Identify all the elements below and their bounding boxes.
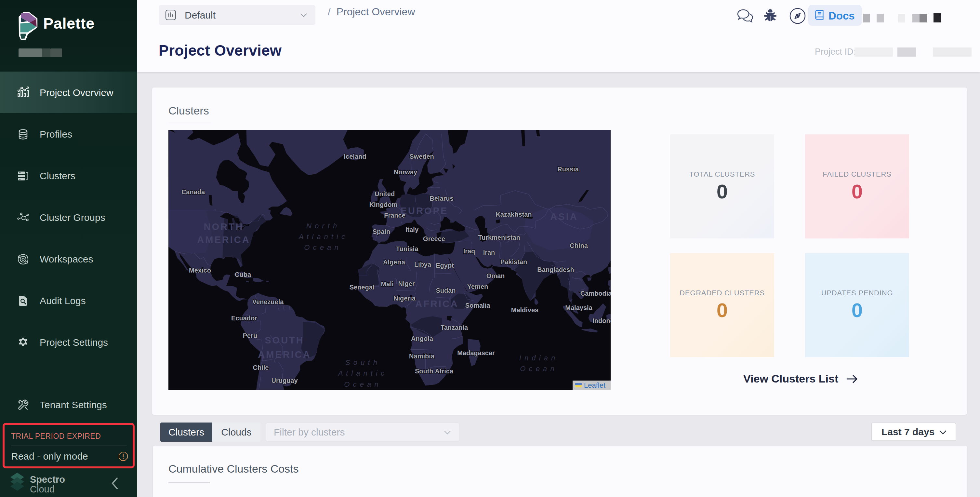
svg-text:Canada: Canada	[181, 188, 205, 196]
svg-text:Iraq: Iraq	[463, 247, 476, 255]
svg-text:EUROPE: EUROPE	[401, 205, 448, 216]
svg-text:Greece: Greece	[423, 235, 445, 242]
svg-text:Peru: Peru	[243, 332, 257, 339]
svg-text:AFRICA: AFRICA	[415, 299, 459, 309]
svg-text:O c e a n: O c e a n	[304, 243, 339, 252]
svg-text:I n d i a n: I n d i a n	[519, 354, 556, 362]
svg-text:Libya: Libya	[414, 261, 431, 268]
svg-text:Tanzania: Tanzania	[441, 324, 468, 331]
svg-text:Italy: Italy	[406, 226, 419, 233]
svg-text:Spain: Spain	[372, 228, 390, 235]
svg-text:Pakistan: Pakistan	[500, 258, 527, 265]
svg-text:AMERICA: AMERICA	[258, 349, 311, 360]
svg-text:Algeria: Algeria	[383, 258, 406, 266]
svg-text:Yemen: Yemen	[467, 283, 488, 290]
svg-text:AMERICA: AMERICA	[197, 234, 250, 245]
svg-text:South Africa: South Africa	[415, 368, 453, 375]
svg-text:Iceland: Iceland	[344, 153, 366, 160]
svg-text:Chile: Chile	[253, 364, 269, 371]
svg-text:Malaysia: Malaysia	[565, 304, 592, 311]
svg-text:ASIA: ASIA	[550, 212, 578, 222]
svg-text:Uruguay: Uruguay	[271, 377, 298, 384]
svg-text:Indone: Indone	[592, 317, 611, 324]
svg-text:Somalia: Somalia	[465, 302, 491, 309]
svg-text:China: China	[570, 242, 588, 249]
svg-text:Belarus: Belarus	[430, 195, 453, 202]
svg-text:Cuba: Cuba	[235, 271, 251, 278]
svg-text:Iran: Iran	[483, 249, 495, 256]
svg-text:Bangladesh: Bangladesh	[537, 266, 574, 273]
svg-text:Nigeria: Nigeria	[393, 295, 416, 302]
svg-text:Ecuador: Ecuador	[231, 315, 257, 322]
svg-text:Norway: Norway	[394, 169, 417, 176]
svg-text:Madagascar: Madagascar	[457, 349, 495, 357]
svg-text:Niger: Niger	[398, 280, 415, 287]
svg-text:Kazakhstan: Kazakhstan	[496, 211, 531, 218]
svg-text:Mali: Mali	[381, 280, 394, 288]
svg-text:A t l a n t i c: A t l a n t i c	[337, 369, 385, 377]
svg-text:Namibia: Namibia	[409, 353, 435, 360]
svg-text:Tunisia: Tunisia	[396, 245, 418, 252]
svg-text:S o u t h: S o u t h	[345, 358, 378, 366]
svg-text:Maldives: Maldives	[511, 306, 538, 314]
svg-text:Sweden: Sweden	[409, 153, 434, 160]
svg-text:Cambodia: Cambodia	[581, 290, 611, 297]
svg-text:SOUTH: SOUTH	[265, 335, 304, 346]
svg-text:Sudan: Sudan	[436, 287, 455, 294]
svg-text:A t l a n t i c: A t l a n t i c	[298, 233, 346, 241]
svg-text:Mexico: Mexico	[189, 267, 211, 274]
svg-text:N o r t h: N o r t h	[306, 222, 337, 230]
svg-text:Egypt: Egypt	[436, 262, 454, 269]
svg-text:O c e a n: O c e a n	[344, 380, 379, 389]
svg-text:Oman: Oman	[487, 272, 505, 279]
svg-text:Kingdom: Kingdom	[369, 201, 398, 208]
svg-text:Angola: Angola	[411, 335, 433, 342]
svg-text:Venezuela: Venezuela	[252, 298, 284, 306]
svg-text:NORTH: NORTH	[204, 221, 243, 232]
svg-text:United: United	[375, 190, 395, 198]
svg-text:Senegal: Senegal	[350, 284, 375, 291]
svg-text:Russia: Russia	[557, 166, 579, 173]
svg-text:Turkmenistan: Turkmenistan	[478, 234, 520, 241]
svg-text:Leaflet: Leaflet	[584, 381, 605, 389]
svg-text:O c e a n: O c e a n	[520, 365, 555, 373]
